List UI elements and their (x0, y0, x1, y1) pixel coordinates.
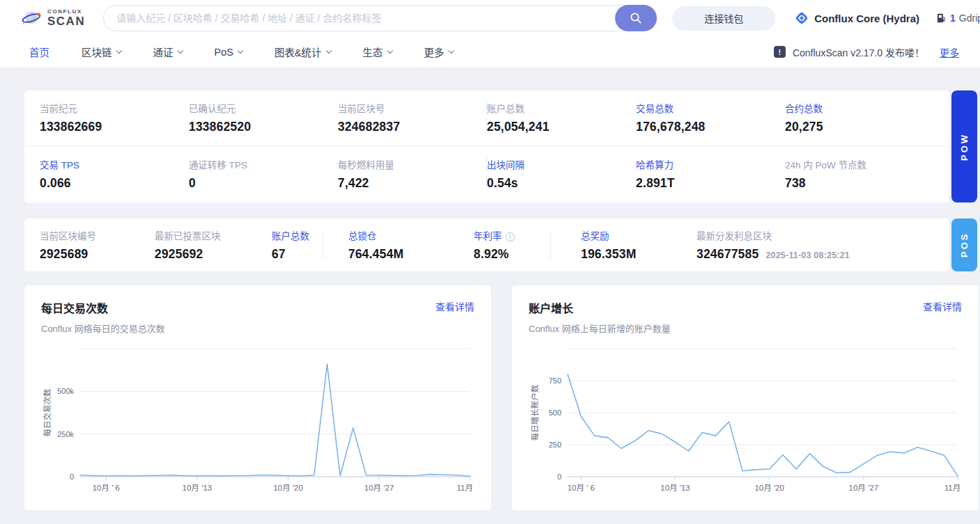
announcement-text: ConfluxScan v2.17.0 发布喽！ (793, 45, 924, 59)
svg-text:10月 ' 6: 10月 ' 6 (568, 484, 595, 492)
announcement-icon: ! (774, 46, 786, 58)
brand-conflux: CONFLUX (47, 9, 85, 15)
stat-pow-nodes-24h: 24h 内 PoW 节点数 738 (785, 157, 934, 191)
svg-text:0: 0 (70, 473, 74, 481)
stat-total-accounts: 账户总数 25,054,241 (487, 101, 636, 134)
stat-tx-tps: 交易 TPS 0.066 (40, 157, 189, 191)
nav-item-pos[interactable]: PoS (215, 47, 242, 58)
stat-block-interval: 出块间隔 0.54s (487, 157, 636, 191)
gas-value: 1 (950, 13, 956, 24)
nav-bar: 首页 区块链 通证 PoS 图表&统计 生态 更多 ! ConfluxScan … (0, 36, 980, 68)
nav-item-charts-stats[interactable]: 图表&统计 (274, 45, 331, 59)
stat-hash-rate: 哈希算力 2.891T (636, 157, 785, 191)
search-bar (103, 5, 657, 31)
svg-text:250k: 250k (57, 430, 74, 438)
stat-total-transactions: 交易总数 176,678,248 (636, 101, 785, 134)
chevron-down-icon (177, 48, 182, 54)
pos-stats-card: 当前区块编号 2925689 最新已投票区块 2925692 账户总数 67 总… (24, 219, 949, 271)
stat-token-transfer-tps: 通证转移 TPS 0 (189, 157, 338, 191)
svg-text:11月 ' 3: 11月 ' 3 (457, 484, 474, 492)
chart-subtitle: Conflux 网络每日的交易总次数 (41, 321, 165, 335)
divider (322, 231, 323, 259)
daily-transactions-chart: 0250k500k每日交易次数10月 ' 610月 '1310月 '2010月 … (41, 344, 474, 513)
stat-gas-per-second: 每秒燃料用量 7,422 (338, 157, 487, 191)
chart-subtitle: Conflux 网络上每日新增的账户数量 (529, 321, 671, 335)
svg-text:11月 ' 3: 11月 ' 3 (944, 484, 962, 492)
pow-stats-card: 当前纪元 133862669 已确认纪元 133862520 当前区块号 324… (24, 90, 949, 203)
nav-item-home[interactable]: 首页 (29, 45, 49, 59)
stat-pos-last-interest-block: 最新分发利息区块 3246775852025-11-03 08:25:21 (697, 228, 934, 262)
svg-text:10月 ' 6: 10月 ' 6 (93, 484, 120, 492)
svg-text:每日增长账户数: 每日增长账户数 (530, 384, 539, 440)
network-label: Conflux Core (Hydra) (814, 13, 919, 24)
stat-pos-total-locked: 总锁仓 764.454M (348, 228, 474, 262)
nav-item-more[interactable]: 更多 (424, 45, 453, 59)
charts-row: 每日交易次数 Conflux 网络每日的交易总次数 查看详情 0250k500k… (24, 285, 979, 510)
last-interest-timestamp: 2025-11-03 08:25:21 (765, 251, 850, 260)
brand-scan: SCAN (47, 15, 85, 27)
nav-item-tokens[interactable]: 通证 (153, 45, 182, 59)
view-details-link[interactable]: 查看详情 (435, 299, 474, 313)
planet-logo-icon (21, 8, 42, 28)
brand-text: CONFLUX SCAN (47, 9, 85, 27)
stat-total-contracts: 合约总数 20,275 (785, 101, 934, 134)
pow-panel: 当前纪元 133862669 已确认纪元 133862520 当前区块号 324… (24, 90, 977, 203)
view-details-link[interactable]: 查看详情 (923, 299, 962, 313)
pow-tab[interactable]: POW (951, 90, 977, 203)
gas-unit: Gdrip (959, 13, 980, 24)
gas-price[interactable]: 1 Gdrip (936, 13, 980, 24)
chevron-down-icon (387, 48, 392, 54)
stat-pos-total-accounts: 账户总数 67 (272, 228, 322, 262)
svg-text:10月 '20: 10月 '20 (273, 484, 302, 492)
confluxscan-logo[interactable]: CONFLUX SCAN (21, 8, 85, 28)
svg-text:10月 '27: 10月 '27 (364, 484, 394, 492)
chart-svg: 0250500750每日增长账户数10月 ' 610月 '1310月 '2010… (529, 344, 962, 510)
stat-pos-latest-voted-block: 最新已投票区块 2925692 (155, 228, 272, 262)
svg-text:250: 250 (549, 440, 561, 449)
chart-header: 每日交易次数 Conflux 网络每日的交易总次数 查看详情 (41, 299, 474, 335)
announcement: ! ConfluxScan v2.17.0 发布喽！ 更多 (774, 45, 959, 59)
pos-tab[interactable]: POS (951, 219, 977, 271)
nav-item-ecosystem[interactable]: 生态 (363, 45, 392, 59)
chevron-down-icon (116, 48, 121, 54)
account-growth-card: 账户增长 Conflux 网络上每日新增的账户数量 查看详情 025050075… (512, 285, 979, 510)
chevron-down-icon (448, 48, 453, 54)
chart-svg: 0250k500k每日交易次数10月 ' 610月 '1310月 '2010月 … (41, 344, 474, 510)
account-growth-chart: 0250500750每日增长账户数10月 ' 610月 '1310月 '2010… (529, 344, 962, 513)
page-content: 当前纪元 133862669 已确认纪元 133862520 当前区块号 324… (0, 90, 980, 510)
pos-stats-row: 当前区块编号 2925689 最新已投票区块 2925692 账户总数 67 总… (24, 219, 949, 271)
chart-header: 账户增长 Conflux 网络上每日新增的账户数量 查看详情 (529, 299, 962, 335)
network-icon (795, 11, 809, 25)
daily-transactions-card: 每日交易次数 Conflux 网络每日的交易总次数 查看详情 0250k500k… (24, 285, 491, 510)
header: CONFLUX SCAN 连接钱包 Conflux Core (Hydra) (0, 0, 980, 68)
connect-wallet-button[interactable]: 连接钱包 (672, 6, 775, 31)
gas-pump-icon (936, 13, 947, 24)
divider (550, 231, 551, 259)
svg-text:500k: 500k (57, 387, 74, 395)
svg-text:10月 '13: 10月 '13 (660, 484, 690, 492)
network-selector[interactable]: Conflux Core (Hydra) (795, 11, 919, 25)
stat-pos-current-block: 当前区块编号 2925689 (40, 228, 155, 262)
header-top: CONFLUX SCAN 连接钱包 Conflux Core (Hydra) (0, 0, 980, 36)
svg-text:750: 750 (549, 376, 561, 385)
search-icon (630, 12, 642, 24)
stat-confirmed-epoch: 已确认纪元 133862520 (189, 101, 338, 134)
info-icon: i (506, 232, 515, 241)
stat-current-block-number: 当前区块号 324682837 (338, 101, 487, 134)
svg-text:每日交易次数: 每日交易次数 (42, 388, 52, 436)
announcement-more-link[interactable]: 更多 (940, 45, 959, 59)
pow-stats-row-2: 交易 TPS 0.066 通证转移 TPS 0 每秒燃料用量 7,422 出块间… (24, 147, 949, 203)
chart-title: 账户增长 (529, 299, 671, 316)
search-input[interactable] (103, 5, 657, 31)
chart-title: 每日交易次数 (41, 299, 165, 316)
svg-text:10月 '27: 10月 '27 (849, 484, 878, 492)
svg-text:0: 0 (557, 473, 561, 481)
pow-stats-row-1: 当前纪元 133862669 已确认纪元 133862520 当前区块号 324… (24, 90, 949, 147)
nav-item-blockchain[interactable]: 区块链 (81, 45, 121, 59)
search-button[interactable] (615, 5, 657, 31)
svg-text:10月 '13: 10月 '13 (182, 484, 212, 492)
chevron-down-icon (238, 48, 243, 54)
pos-panel: 当前区块编号 2925689 最新已投票区块 2925692 账户总数 67 总… (24, 219, 977, 271)
svg-text:500: 500 (549, 408, 561, 417)
stat-pos-total-rewards: 总奖励 196.353M (581, 228, 697, 262)
